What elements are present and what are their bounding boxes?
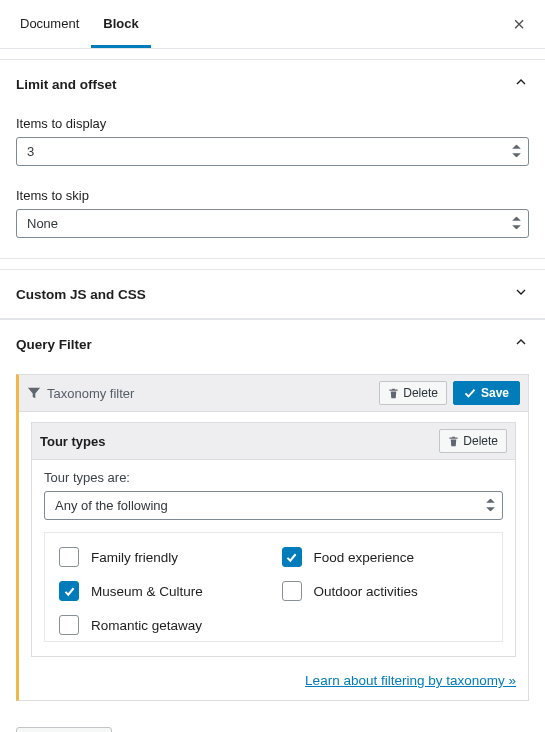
- funnel-icon: [27, 386, 41, 400]
- items-display-select[interactable]: 3: [16, 137, 529, 166]
- option-label: Outdoor activities: [314, 584, 418, 599]
- tour-types-body: Tour types are: Any of the following Fam…: [32, 460, 515, 656]
- taxonomy-filter-header: Taxonomy filter Delete Save: [19, 375, 528, 412]
- option-family-friendly[interactable]: Family friendly: [59, 547, 266, 567]
- checkbox-checked-icon: [282, 547, 302, 567]
- items-skip-label: Items to skip: [16, 188, 529, 203]
- section-custom-js-css: Custom JS and CSS: [0, 269, 545, 319]
- delete-tour-types-button[interactable]: Delete: [439, 429, 507, 453]
- section-query-filter: Query Filter Taxonomy filter Delete Save…: [0, 319, 545, 732]
- trash-icon: [388, 388, 399, 399]
- section-title: Query Filter: [16, 337, 513, 352]
- checkbox-icon: [59, 615, 79, 635]
- add-filter-button[interactable]: + Add a filter: [16, 727, 112, 732]
- section-custom-header[interactable]: Custom JS and CSS: [0, 270, 545, 318]
- option-romantic-getaway[interactable]: Romantic getaway: [59, 615, 266, 635]
- option-food-experience[interactable]: Food experience: [282, 547, 489, 567]
- save-label: Save: [481, 386, 509, 400]
- tab-block[interactable]: Block: [91, 0, 150, 48]
- condition-label: Tour types are:: [44, 470, 503, 485]
- option-label: Museum & Culture: [91, 584, 203, 599]
- delete-label: Delete: [463, 434, 498, 448]
- items-skip-select[interactable]: None: [16, 209, 529, 238]
- section-title: Custom JS and CSS: [16, 287, 513, 302]
- section-limit-offset: Limit and offset Items to display 3 Item…: [0, 59, 545, 259]
- chevron-up-icon: [513, 74, 529, 94]
- option-label: Food experience: [314, 550, 415, 565]
- inspector-tabs: Document Block ×: [0, 0, 545, 49]
- checkbox-icon: [59, 547, 79, 567]
- taxonomy-filter-title-text: Taxonomy filter: [47, 386, 134, 401]
- close-icon[interactable]: ×: [509, 10, 529, 38]
- tour-types-heading: Tour types: [40, 434, 439, 449]
- option-label: Family friendly: [91, 550, 178, 565]
- add-filter-row: + Add a filter: [0, 717, 545, 732]
- check-icon: [464, 387, 476, 399]
- delete-label: Delete: [403, 386, 438, 400]
- option-label: Romantic getaway: [91, 618, 202, 633]
- items-display-label: Items to display: [16, 116, 529, 131]
- section-limit-offset-header[interactable]: Limit and offset: [0, 60, 545, 108]
- delete-filter-button[interactable]: Delete: [379, 381, 447, 405]
- chevron-up-icon: [513, 334, 529, 354]
- option-museum-culture[interactable]: Museum & Culture: [59, 581, 266, 601]
- checkbox-icon: [282, 581, 302, 601]
- option-outdoor-activities[interactable]: Outdoor activities: [282, 581, 489, 601]
- save-filter-button[interactable]: Save: [453, 381, 520, 405]
- taxonomy-filter-box: Taxonomy filter Delete Save Tour types D…: [16, 374, 529, 701]
- section-limit-offset-body: Items to display 3 Items to skip None: [0, 116, 545, 258]
- condition-select[interactable]: Any of the following: [44, 491, 503, 520]
- tab-document[interactable]: Document: [8, 0, 91, 48]
- chevron-down-icon: [513, 284, 529, 304]
- tour-types-options: Family friendly Food experience Museum &…: [44, 532, 503, 642]
- trash-icon: [448, 436, 459, 447]
- tour-types-header: Tour types Delete: [32, 423, 515, 460]
- section-title: Limit and offset: [16, 77, 513, 92]
- taxonomy-filter-title: Taxonomy filter: [27, 386, 373, 401]
- checkbox-checked-icon: [59, 581, 79, 601]
- learn-taxonomy-link[interactable]: Learn about filtering by taxonomy »: [19, 667, 528, 700]
- section-query-filter-header[interactable]: Query Filter: [0, 320, 545, 368]
- tour-types-box: Tour types Delete Tour types are: Any of…: [31, 422, 516, 657]
